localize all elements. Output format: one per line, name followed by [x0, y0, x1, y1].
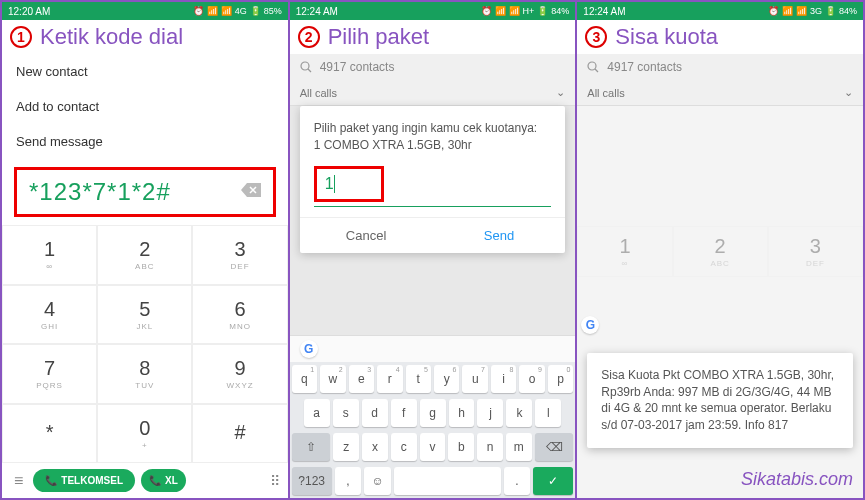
svg-point-0 [301, 62, 309, 70]
dialog-input[interactable]: 1 [314, 166, 384, 203]
status-time: 12:20 AM [8, 6, 50, 17]
keyboard-suggest-bar: G [290, 335, 576, 362]
kb-shift[interactable]: ⇧ [292, 433, 331, 461]
key-3[interactable]: 3DEF [192, 225, 287, 285]
search-bar[interactable]: 4917 contacts [290, 54, 576, 80]
search-placeholder: 4917 contacts [607, 60, 682, 74]
phone-icon: 📞 [149, 475, 161, 486]
battery-icon: 🔋 [250, 6, 261, 16]
filter-label: All calls [300, 87, 337, 99]
kb-w[interactable]: 2w [320, 365, 345, 393]
kb-o[interactable]: 9o [519, 365, 544, 393]
key-2[interactable]: 2ABC [97, 225, 192, 285]
filter-row[interactable]: All calls ⌄ [577, 80, 863, 106]
kb-z[interactable]: z [333, 433, 359, 461]
kb-x[interactable]: x [362, 433, 388, 461]
kb-c[interactable]: c [391, 433, 417, 461]
status-bar: 12:24 AM ⏰ 📶 📶 3G 🔋 84% [577, 2, 863, 20]
signal-icon: 📶 [796, 6, 807, 16]
google-icon[interactable]: G [300, 340, 318, 358]
dial-code: *123*7*1*2# [29, 178, 171, 206]
menu-add-to-contact[interactable]: Add to contact [2, 89, 288, 124]
kb-d[interactable]: d [362, 399, 388, 427]
battery-icon: 🔋 [825, 6, 836, 16]
search-bar[interactable]: 4917 contacts [577, 54, 863, 80]
key-3: 3DEF [768, 226, 863, 277]
kb-h[interactable]: h [449, 399, 475, 427]
panel-header: 2 Pilih paket [290, 20, 576, 54]
kb-period[interactable]: . [504, 467, 531, 495]
kb-k[interactable]: k [506, 399, 532, 427]
filter-row[interactable]: All calls ⌄ [290, 80, 576, 106]
kb-b[interactable]: b [448, 433, 474, 461]
key-7[interactable]: 7PQRS [2, 344, 97, 404]
signal-icon: 📶 [207, 6, 218, 16]
kb-comma[interactable]: , [335, 467, 362, 495]
dialer-keypad: 1∞ 2ABC 3DEF 4GHI 5JKL 6MNO 7PQRS 8TUV 9… [2, 225, 288, 463]
kb-symbols[interactable]: ?123 [292, 467, 332, 495]
kb-enter[interactable]: ✓ [533, 467, 573, 495]
send-button[interactable]: Send [433, 218, 566, 253]
kb-p[interactable]: 0p [548, 365, 573, 393]
kb-y[interactable]: 6y [434, 365, 459, 393]
kb-j[interactable]: j [477, 399, 503, 427]
kb-n[interactable]: n [477, 433, 503, 461]
key-4[interactable]: 4GHI [2, 285, 97, 345]
step-badge: 1 [10, 26, 32, 48]
key-hash[interactable]: # [192, 404, 287, 464]
kb-e[interactable]: 3e [349, 365, 374, 393]
kb-space[interactable] [394, 467, 501, 495]
keypad-toggle-icon[interactable]: ⠿ [270, 473, 280, 489]
filter-label: All calls [587, 87, 624, 99]
key-0[interactable]: 0+ [97, 404, 192, 464]
battery-label: 84% [551, 6, 569, 16]
kb-r[interactable]: 4r [377, 365, 402, 393]
cancel-button[interactable]: Cancel [300, 218, 433, 253]
panel-select: 12:24 AM ⏰ 📶 📶 H+ 🔋 84% 2 Pilih paket 49… [288, 0, 578, 500]
backspace-icon[interactable] [241, 183, 261, 201]
kb-u[interactable]: 7u [462, 365, 487, 393]
menu-send-message[interactable]: Send message [2, 124, 288, 159]
alarm-icon: ⏰ [768, 6, 779, 16]
key-1: 1∞ [577, 226, 672, 277]
chevron-down-icon: ⌄ [844, 86, 853, 99]
call-button-sim2[interactable]: 📞 XL [141, 469, 186, 492]
key-5[interactable]: 5JKL [97, 285, 192, 345]
kb-emoji[interactable]: ☺ [364, 467, 391, 495]
status-time: 12:24 AM [296, 6, 338, 17]
network-label: 3G [810, 6, 822, 16]
kb-l[interactable]: l [535, 399, 561, 427]
signal-icon: 📶 [509, 6, 520, 16]
kb-f[interactable]: f [391, 399, 417, 427]
signal-icon: 📶 [221, 6, 232, 16]
kb-s[interactable]: s [333, 399, 359, 427]
kb-i[interactable]: 8i [491, 365, 516, 393]
kb-backspace[interactable]: ⌫ [535, 433, 574, 461]
kb-v[interactable]: v [420, 433, 446, 461]
key-1[interactable]: 1∞ [2, 225, 97, 285]
dialog-message: Pilih paket yang ingin kamu cek kuotanya… [314, 120, 552, 154]
key-2: 2ABC [673, 226, 768, 277]
search-icon [300, 61, 312, 73]
kb-g[interactable]: g [420, 399, 446, 427]
kb-a[interactable]: a [304, 399, 330, 427]
svg-point-2 [588, 62, 596, 70]
ussd-result-dialog: Sisa Kuota Pkt COMBO XTRA 1.5GB, 30hr, R… [587, 353, 853, 448]
key-star[interactable]: * [2, 404, 97, 464]
battery-label: 85% [264, 6, 282, 16]
call-button-sim1[interactable]: 📞 TELKOMSEL [33, 469, 135, 492]
key-8[interactable]: 8TUV [97, 344, 192, 404]
hamburger-icon[interactable]: ≡ [10, 472, 27, 490]
key-9[interactable]: 9WXYZ [192, 344, 287, 404]
alarm-icon: ⏰ [193, 6, 204, 16]
kb-m[interactable]: m [506, 433, 532, 461]
kb-t[interactable]: 5t [406, 365, 431, 393]
battery-icon: 🔋 [537, 6, 548, 16]
chevron-down-icon: ⌄ [556, 86, 565, 99]
menu-new-contact[interactable]: New contact [2, 54, 288, 89]
network-label: H+ [523, 6, 535, 16]
panel-title: Ketik kode dial [40, 24, 183, 50]
kb-q[interactable]: 1q [292, 365, 317, 393]
search-placeholder: 4917 contacts [320, 60, 395, 74]
key-6[interactable]: 6MNO [192, 285, 287, 345]
